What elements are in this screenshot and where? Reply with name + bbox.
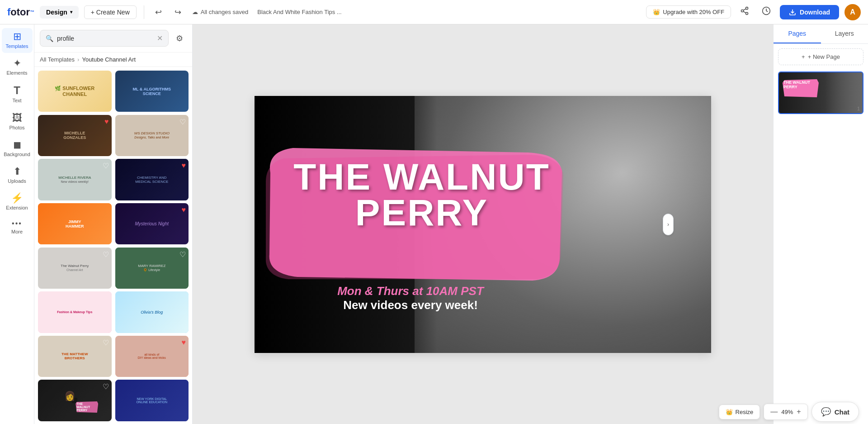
breadcrumb-current: Youtube Channel Art bbox=[82, 56, 136, 63]
avatar[interactable]: A bbox=[844, 4, 861, 20]
heart-button[interactable]: ♡ bbox=[103, 162, 109, 170]
plus-icon: + bbox=[802, 53, 805, 60]
template-card[interactable]: THE WALNUTPERRY 👩 ♡ bbox=[38, 380, 112, 421]
canvas-area[interactable]: THE WALNUT PERRY Mon & Thurs at 10AM PST… bbox=[193, 24, 773, 424]
zoom-decrease-button[interactable]: — bbox=[770, 408, 778, 416]
heart-button[interactable]: ♥ bbox=[182, 206, 186, 214]
template-card[interactable]: The Walnut PerryChannel Art ♡ bbox=[38, 248, 112, 289]
chat-bubble-icon: 💬 bbox=[821, 407, 831, 417]
heart-button[interactable]: ♡ bbox=[103, 73, 109, 82]
divider bbox=[144, 5, 144, 19]
sidebar-item-photos[interactable]: 🖼 Photos bbox=[2, 110, 33, 134]
document-title[interactable]: Black And White Fashion Tips ... bbox=[257, 9, 341, 15]
heart-button[interactable]: ♥ bbox=[182, 338, 186, 347]
heart-button[interactable]: ♡ bbox=[103, 338, 109, 347]
chevron-right-icon: › bbox=[667, 221, 669, 228]
tab-pages[interactable]: Pages bbox=[774, 24, 821, 43]
crown-icon-small: 👑 bbox=[726, 409, 733, 415]
canvas-container[interactable]: THE WALNUT PERRY Mon & Thurs at 10AM PST… bbox=[255, 96, 711, 353]
history-button[interactable] bbox=[758, 5, 774, 19]
chevron-down-icon: ▾ bbox=[70, 10, 72, 14]
sidebar-item-more[interactable]: ••• More bbox=[2, 216, 33, 238]
heart-button[interactable]: ♡ bbox=[179, 294, 186, 303]
svg-line-3 bbox=[743, 11, 746, 13]
background-icon: ◼ bbox=[13, 140, 21, 150]
sidebar-item-uploads[interactable]: ⬆ Uploads bbox=[2, 163, 33, 188]
breadcrumb-root[interactable]: All Templates bbox=[40, 56, 75, 63]
main-content: ⊞ Templates ✦ Elements T Text 🖼 Photos ◼… bbox=[0, 24, 868, 424]
new-page-button[interactable]: + + New Page bbox=[778, 48, 863, 65]
breadcrumb-separator: › bbox=[77, 56, 79, 63]
svg-point-2 bbox=[746, 12, 748, 14]
template-card[interactable]: CHEMISTRY ANDMEDICAL SCIENCE ♥ bbox=[115, 159, 189, 200]
search-input[interactable] bbox=[57, 35, 153, 42]
logo-tm: ™ bbox=[30, 10, 34, 14]
template-card[interactable]: Mysterious Night ♥ bbox=[115, 203, 189, 244]
uploads-icon: ⬆ bbox=[13, 167, 21, 176]
template-card[interactable]: ML & ALGORITHMSSCIENCE ♡ bbox=[115, 71, 189, 112]
zoom-level: 49% bbox=[781, 409, 793, 415]
heart-button[interactable]: ♡ bbox=[179, 73, 186, 82]
templates-panel: 🔍 ✕ ⚙ All Templates › Youtube Channel Ar… bbox=[34, 24, 193, 424]
template-card[interactable]: all kinds ofDIY ideas and tricks ♥ bbox=[115, 336, 189, 377]
tab-layers[interactable]: Layers bbox=[821, 24, 868, 43]
resize-button[interactable]: 👑 Resize bbox=[719, 405, 760, 419]
heart-button[interactable]: ♡ bbox=[103, 206, 109, 214]
right-sidebar: Pages Layers + + New Page THE WALNUTPERR… bbox=[773, 24, 868, 424]
canvas-title: THE WALNUT PERRY bbox=[279, 159, 564, 232]
heart-button[interactable]: ♡ bbox=[103, 294, 109, 303]
undo-button[interactable]: ↩ bbox=[151, 5, 165, 19]
cloud-icon: ☁ bbox=[192, 9, 198, 15]
search-input-wrapper: 🔍 ✕ bbox=[40, 30, 169, 47]
chat-button[interactable]: 💬 Chat bbox=[811, 402, 859, 422]
template-card[interactable]: Olivia's Blog ♡ bbox=[115, 291, 189, 333]
heart-button[interactable]: ♡ bbox=[179, 118, 186, 126]
logo-text-rest: otor bbox=[10, 6, 30, 18]
page-thumbnail[interactable]: THE WALNUTPERRY 1 bbox=[778, 71, 863, 114]
search-bar: 🔍 ✕ ⚙ bbox=[34, 24, 192, 52]
elements-icon: ✦ bbox=[13, 58, 21, 68]
photos-icon: 🖼 bbox=[12, 113, 22, 123]
sidebar-item-extension[interactable]: ⚡ Extension bbox=[2, 190, 33, 214]
heart-button[interactable]: ♥ bbox=[182, 162, 186, 170]
sidebar-item-elements[interactable]: ✦ Elements bbox=[2, 55, 33, 80]
svg-point-0 bbox=[746, 7, 748, 10]
heart-button[interactable]: ♥ bbox=[104, 118, 109, 126]
redo-button[interactable]: ↪ bbox=[171, 5, 185, 19]
template-card[interactable]: WS DESIGN STUDIODesigns, Talks and More … bbox=[115, 115, 189, 156]
upgrade-button[interactable]: 👑 Upgrade with 20% OFF bbox=[646, 5, 731, 19]
heart-button[interactable]: ♡ bbox=[103, 382, 109, 391]
logo: f otor ™ bbox=[7, 6, 34, 18]
sidebar-item-templates[interactable]: ⊞ Templates bbox=[2, 28, 33, 53]
canvas-subtitle: Mon & Thurs at 10AM PST New videos every… bbox=[273, 284, 548, 312]
topbar: f otor ™ Design ▾ + Create New ↩ ↪ ☁ All… bbox=[0, 0, 868, 24]
heart-button[interactable]: ♡ bbox=[179, 382, 186, 391]
templates-grid: 🌿 SUNFLOWERCHANNEL ♡ ML & ALGORITHMSSCIE… bbox=[34, 67, 192, 424]
template-card[interactable]: MICHELLEGONZALES ♥ bbox=[38, 115, 112, 156]
heart-button[interactable]: ♡ bbox=[103, 250, 109, 259]
filter-button[interactable]: ⚙ bbox=[172, 32, 187, 45]
search-icon: 🔍 bbox=[46, 35, 53, 42]
template-card[interactable]: MARY RAMIREZ🌻 Lifestyle ♡ bbox=[115, 248, 189, 289]
template-card[interactable]: JIMMYHAMMER ♡ bbox=[38, 203, 112, 244]
sidebar-item-background[interactable]: ◼ Background bbox=[2, 136, 33, 161]
template-card[interactable]: 🌿 SUNFLOWERCHANNEL ♡ bbox=[38, 71, 112, 112]
create-new-label: + Create New bbox=[91, 9, 130, 16]
more-icon: ••• bbox=[12, 220, 22, 227]
heart-button[interactable]: ♡ bbox=[179, 250, 186, 259]
template-card[interactable]: NEW YORK DIGITALONLINE EDUCATION ♡ bbox=[115, 380, 189, 421]
template-card[interactable]: MICHELLE RIVERANew videos weekly! ♡ bbox=[38, 159, 112, 200]
template-card[interactable]: THE MATTHEWBROTHERS ♡ bbox=[38, 336, 112, 377]
zoom-controls: — 49% + bbox=[764, 404, 807, 420]
template-card[interactable]: Fashion & Makeup Tips ♡ bbox=[38, 291, 112, 333]
download-button[interactable]: Download bbox=[780, 5, 839, 19]
design-label: Design bbox=[46, 9, 67, 16]
clear-search-button[interactable]: ✕ bbox=[157, 34, 163, 43]
design-button[interactable]: Design ▾ bbox=[40, 6, 79, 19]
create-new-button[interactable]: + Create New bbox=[84, 5, 137, 19]
svg-line-4 bbox=[743, 9, 746, 10]
zoom-increase-button[interactable]: + bbox=[797, 408, 801, 416]
collapse-panel-button[interactable]: › bbox=[663, 214, 674, 235]
share-button[interactable] bbox=[736, 5, 753, 19]
sidebar-item-text[interactable]: T Text bbox=[2, 81, 33, 107]
